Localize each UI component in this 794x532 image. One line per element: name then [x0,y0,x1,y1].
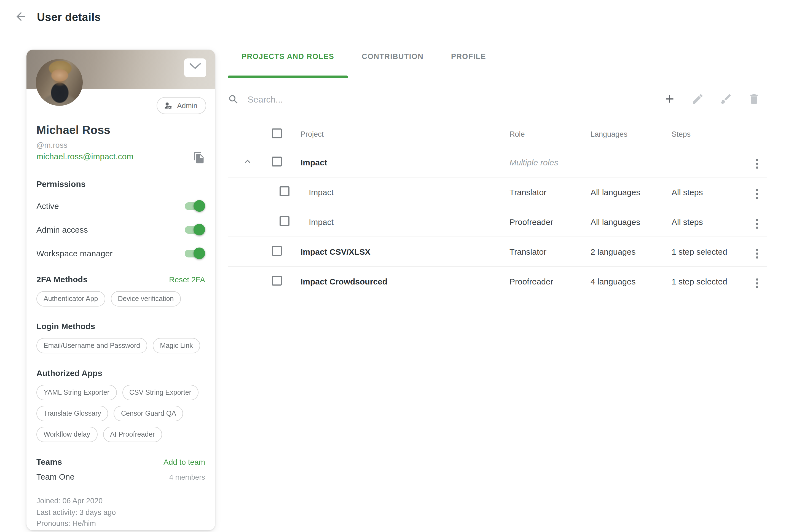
table-row: Impact Translator All languages All step… [228,177,767,207]
user-email-link[interactable]: michael.ross@impact.com [36,152,133,161]
column-project: Project [288,130,510,138]
avatar [36,59,83,106]
back-button[interactable] [14,10,27,25]
table-row: Impact Multiple roles [228,147,767,177]
row-checkbox[interactable] [272,156,282,166]
project-name: Impact Crowdsourced [288,277,510,286]
steps-cell: All steps [672,187,754,197]
admin-badge-label: Admin [177,101,197,110]
project-name: Impact [288,217,510,227]
add-button[interactable] [663,92,676,107]
table-body: Impact Multiple roles Impact Translator … [228,147,767,296]
meta-line: Joined: 06 Apr 2020 [36,497,205,505]
pencil-icon [692,92,704,107]
chip: Translate Glossary [36,406,108,421]
row-menu-button[interactable] [754,246,760,261]
select-all-checkbox[interactable] [272,128,282,138]
envelope-icon [189,62,201,74]
brush-icon [720,92,732,107]
languages-cell: All languages [590,187,672,197]
tab-contribution[interactable]: CONTRIBUTION [348,35,437,78]
project-name: Impact [288,187,510,197]
table-row: Impact Crowdsourced Proofreader 4 langua… [228,266,767,296]
row-checkbox[interactable] [272,276,282,286]
permission-label: Admin access [36,225,88,234]
row-checkbox[interactable] [280,186,289,196]
manage-account-icon [163,101,173,110]
permission-row: Active [36,199,205,212]
row-menu-button[interactable] [754,216,760,231]
toggle-switch[interactable] [185,200,205,211]
toolbar [228,78,767,121]
login-methods-title: Login Methods [36,321,95,331]
authorized-apps-title: Authorized Apps [36,368,102,378]
collapse-group-button[interactable] [242,156,253,168]
admin-badge: Admin [157,97,206,114]
row-checkbox[interactable] [272,246,282,256]
plus-icon [663,92,676,107]
send-email-button[interactable] [184,58,206,77]
table-row: Impact CSV/XLSX Translator 2 languages 1… [228,236,767,266]
languages-cell: All languages [590,217,672,227]
chevron-up-icon [242,156,253,168]
login-methods-chip-list: Email/Username and PasswordMagic Link [36,338,205,354]
chip: AI Proofreader [103,427,162,442]
column-steps: Steps [672,130,754,138]
steps-cell: All steps [672,217,754,227]
teams-title: Teams [36,457,62,467]
edit-button[interactable] [692,92,704,107]
team-list: Team One 4 members [36,472,205,481]
copy-email-button[interactable] [193,152,205,165]
permission-row: Admin access [36,223,205,236]
steps-cell: 1 step selected [672,277,754,286]
permission-label: Workspace manager [36,248,113,258]
project-name: Impact [288,157,510,167]
trash-icon [748,92,760,107]
column-role: Role [510,130,590,138]
team-name: Team One [36,472,74,481]
twofa-title: 2FA Methods [36,274,88,284]
table-header: Project Role Languages Steps [228,121,767,147]
delete-button[interactable] [748,92,760,107]
identity-block: Michael Ross @m.ross michael.ross@impact… [26,114,215,165]
main-panel: PROJECTS AND ROLES CONTRIBUTION PROFILE [228,35,767,296]
languages-cell: 4 languages [590,277,672,286]
tab-projects-and-roles[interactable]: PROJECTS AND ROLES [228,35,348,78]
team-row[interactable]: Team One 4 members [36,472,205,481]
twofa-chip-list: Authenticator AppDevice verification [36,291,205,306]
permissions-title: Permissions [36,179,205,189]
add-to-team-link[interactable]: Add to team [164,457,205,466]
toggle-switch[interactable] [185,247,205,259]
chip: Workflow delay [36,427,97,442]
user-handle: @m.ross [36,140,205,149]
user-details-page: User details Admin Michael Ross @m.ross … [0,0,794,532]
app-header: User details [0,0,794,35]
row-checkbox[interactable] [280,216,289,226]
role-cell: Translator [510,247,590,256]
meta-line: Last activity: 3 days ago [36,508,205,516]
tab-profile[interactable]: PROFILE [437,35,500,78]
row-menu-button[interactable] [754,156,760,171]
reset-2fa-link[interactable]: Reset 2FA [169,275,205,284]
permission-label: Active [36,201,59,210]
arrow-left-icon [14,10,27,25]
toolbar-buttons [663,92,767,107]
chip: CSV String Exporter [122,385,198,400]
copy-icon [193,152,205,165]
languages-cell: 2 languages [590,247,672,256]
role-cell: Translator [510,187,590,197]
toggle-switch[interactable] [185,224,205,235]
tab-label: PROJECTS AND ROLES [242,52,334,61]
role-cell: Multiple roles [510,157,590,167]
permission-row: Workspace manager [36,246,205,260]
chip: Authenticator App [36,291,105,306]
role-cell: Proofreader [510,277,590,286]
chip: Censor Guard QA [114,406,183,421]
column-languages: Languages [590,130,672,138]
search-input[interactable] [248,95,663,104]
table-row: Impact Proofreader All languages All ste… [228,207,767,236]
meta-list: Joined: 06 Apr 2020Last activity: 3 days… [26,497,215,532]
row-menu-button[interactable] [754,276,760,290]
row-menu-button[interactable] [754,187,760,201]
clean-button[interactable] [720,92,732,107]
